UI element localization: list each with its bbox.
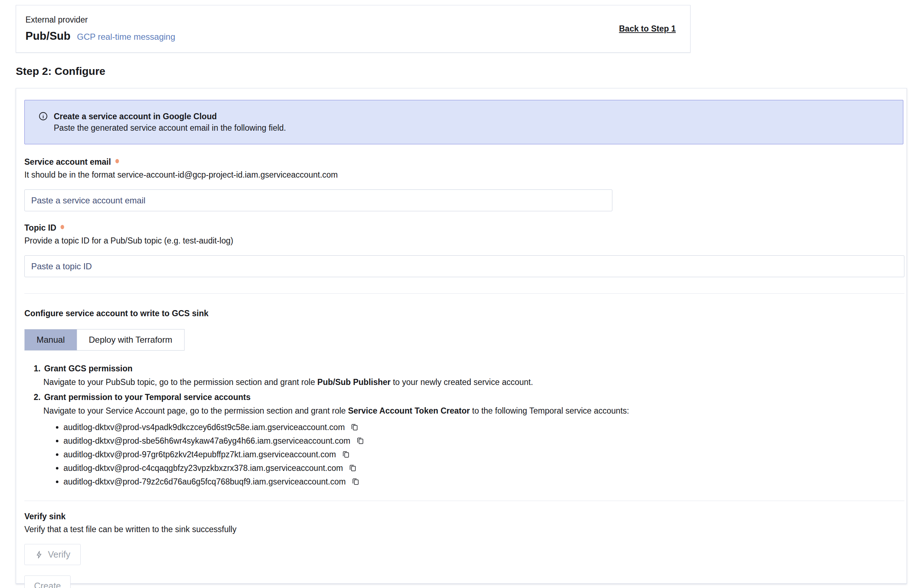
service-account-item: auditlog-dktxv@prod-97gr6tp6zkv2t4epubff… — [56, 447, 903, 461]
step-number: 2. — [34, 392, 40, 402]
service-account-email-label: Service account email — [24, 157, 111, 166]
service-account-email: auditlog-dktxv@prod-79z2c6d76au6g5fcq768… — [63, 477, 346, 487]
service-account-email-helper: It should be in the format service-accou… — [24, 170, 903, 179]
configure-card: Create a service account in Google Cloud… — [16, 88, 907, 584]
tab-deploy-with-terraform[interactable]: Deploy with Terraform — [77, 330, 184, 350]
info-icon — [38, 111, 48, 133]
verify-sink-title: Verify sink — [24, 512, 903, 522]
bullet-icon — [56, 440, 58, 442]
info-alert: Create a service account in Google Cloud… — [24, 100, 903, 144]
section-divider — [24, 501, 904, 501]
configure-tabs: Manual Deploy with Terraform — [24, 329, 185, 351]
service-account-email: auditlog-dktxv@prod-97gr6tp6zkv2t4epubff… — [63, 450, 336, 459]
service-account-item: auditlog-dktxv@prod-vs4padk9dkczcey6d6st… — [56, 420, 903, 434]
service-account-email-input[interactable] — [24, 189, 612, 211]
step-grant-gcs-permission: 1. Grant GCS permission Navigate to your… — [34, 363, 903, 387]
bullet-icon — [56, 453, 58, 456]
instruction-steps: 1. Grant GCS permission Navigate to your… — [34, 363, 903, 488]
topic-id-helper: Provide a topic ID for a Pub/Sub topic (… — [24, 236, 903, 245]
lightning-icon — [35, 550, 43, 559]
create-button[interactable]: Create — [24, 575, 71, 588]
verify-button[interactable]: Verify — [24, 544, 81, 565]
provider-name: Pub/Sub — [26, 30, 71, 43]
bullet-icon — [56, 481, 58, 483]
provider-label: External provider — [26, 15, 175, 25]
tab-manual[interactable]: Manual — [25, 330, 77, 350]
required-indicator — [61, 225, 64, 229]
service-account-email: auditlog-dktxv@prod-c4cqaqgbfzy23vpzkbxz… — [63, 464, 343, 473]
service-account-list: auditlog-dktxv@prod-vs4padk9dkczcey6d6st… — [56, 420, 903, 488]
topic-id-label: Topic ID — [24, 223, 56, 233]
provider-description: GCP real-time messaging — [77, 32, 175, 42]
service-account-email: auditlog-dktxv@prod-vs4padk9dkczcey6d6st… — [63, 423, 345, 432]
service-account-item: auditlog-dktxv@prod-c4cqaqgbfzy23vpzkbxz… — [56, 461, 903, 475]
verify-button-label: Verify — [48, 549, 71, 560]
service-account-email: auditlog-dktxv@prod-sbe56h6wr4sykaw47a6y… — [63, 436, 350, 446]
create-button-label: Create — [34, 581, 61, 588]
alert-body: Paste the generated service account emai… — [54, 123, 286, 133]
required-indicator — [115, 159, 119, 163]
step-title: Grant GCS permission — [44, 363, 133, 373]
step-number: 1. — [34, 363, 40, 373]
page-title: Step 2: Configure — [16, 65, 105, 78]
provider-card: External provider Pub/Sub GCP real-time … — [16, 5, 691, 53]
configure-section-title: Configure service account to write to GC… — [24, 309, 903, 318]
section-divider — [24, 293, 904, 294]
step-body: Navigate to your PubSub topic, go to the… — [43, 377, 903, 387]
copy-icon[interactable] — [356, 436, 364, 445]
service-account-item: auditlog-dktxv@prod-79z2c6d76au6g5fcq768… — [56, 475, 903, 488]
bullet-icon — [56, 467, 58, 470]
verify-sink-helper: Verify that a test file can be written t… — [24, 525, 903, 534]
provider-meta: External provider Pub/Sub GCP real-time … — [26, 15, 175, 43]
alert-title: Create a service account in Google Cloud — [54, 111, 286, 122]
topic-id-input[interactable] — [24, 255, 904, 277]
copy-icon[interactable] — [349, 464, 356, 472]
step-grant-temporal-permission: 2. Grant permission to your Temporal ser… — [34, 392, 903, 488]
service-account-item: auditlog-dktxv@prod-sbe56h6wr4sykaw47a6y… — [56, 434, 903, 447]
bullet-icon — [56, 426, 58, 429]
step-body: Navigate to your Service Account page, g… — [43, 406, 903, 416]
copy-icon[interactable] — [350, 423, 358, 431]
copy-icon[interactable] — [351, 477, 359, 486]
back-to-step-1-link[interactable]: Back to Step 1 — [619, 24, 676, 34]
copy-icon[interactable] — [342, 450, 350, 459]
step-title: Grant permission to your Temporal servic… — [44, 392, 251, 402]
